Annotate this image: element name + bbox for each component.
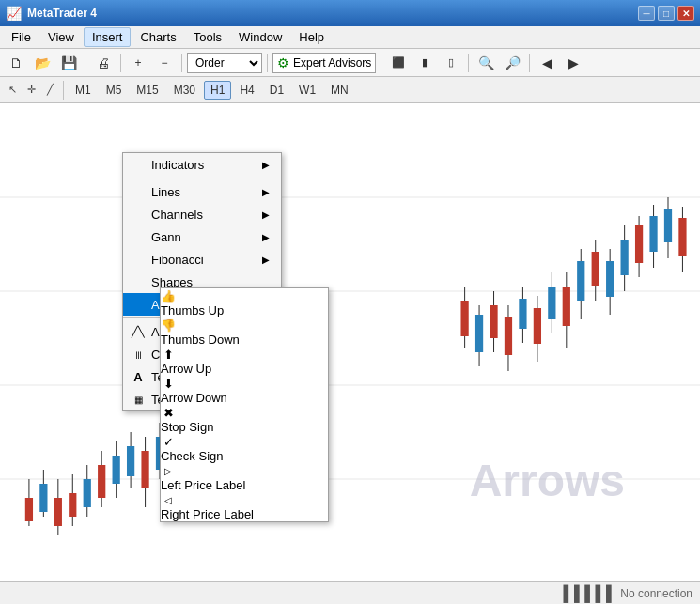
menu-help[interactable]: Help xyxy=(291,28,332,46)
chart-bar-btn[interactable]: ⬛ xyxy=(386,52,411,74)
menu-view[interactable]: View xyxy=(40,28,82,46)
submenu-right-price-label[interactable]: ◁ Right Price Label xyxy=(161,492,328,521)
title-bar-controls[interactable]: ─ □ ✕ xyxy=(638,6,694,21)
tf-d1[interactable]: D1 xyxy=(263,81,290,100)
pitchfork-icon: ╱╲ xyxy=(131,324,146,339)
sep3 xyxy=(181,54,182,72)
expert-advisors[interactable]: ⚙ Expert Advisors xyxy=(272,53,376,73)
tf-m5[interactable]: M5 xyxy=(100,81,129,100)
svg-rect-12 xyxy=(69,493,76,517)
menu-indicators[interactable]: Indicators ▶ xyxy=(123,153,281,176)
shapes-icon xyxy=(131,274,146,289)
chart-svg xyxy=(0,103,700,581)
order-type[interactable]: Order xyxy=(187,53,262,73)
fibonacci-label: Fibonacci xyxy=(151,253,204,267)
menu-window[interactable]: Window xyxy=(231,28,289,46)
sep5 xyxy=(381,54,381,72)
chart-line-btn[interactable]: ▯ xyxy=(439,52,463,74)
tf-m15[interactable]: M15 xyxy=(130,81,164,100)
arrow-down-icon: ⬇ xyxy=(161,376,176,391)
submenu-left-price-label[interactable]: ▷ Left Price Label xyxy=(161,463,328,492)
main-toolbar: 🗋 📂 💾 🖨 + − Order ⚙ Expert Advisors ⬛ ▮ … xyxy=(0,49,700,77)
fibonacci-icon xyxy=(131,252,146,267)
maximize-button[interactable]: □ xyxy=(658,6,675,21)
app-title: MetaTrader 4 xyxy=(27,7,97,20)
text-icon: A xyxy=(131,369,146,384)
menu-tools[interactable]: Tools xyxy=(186,28,229,46)
arrow-tool[interactable]: ↖ xyxy=(4,82,21,99)
svg-rect-46 xyxy=(475,315,483,352)
tf-h4[interactable]: H4 xyxy=(233,81,260,100)
lines-arrow: ▶ xyxy=(262,187,270,197)
print-btn[interactable]: 🖨 xyxy=(91,52,116,74)
svg-rect-72 xyxy=(664,209,672,242)
zoom-chart-out[interactable]: 🔎 xyxy=(500,52,524,74)
zoom-chart-in[interactable]: 🔍 xyxy=(474,52,498,74)
svg-rect-74 xyxy=(678,218,686,256)
minimize-button[interactable]: ─ xyxy=(638,6,655,21)
sep1 xyxy=(86,54,86,72)
arrows-icon xyxy=(131,297,146,312)
submenu-arrow-up[interactable]: ⬆ Arrow Up xyxy=(161,347,328,376)
menu-insert[interactable]: Insert xyxy=(84,27,132,47)
thumbs-down-icon: 👎 xyxy=(161,317,176,333)
zoom-out-btn[interactable]: − xyxy=(152,52,177,74)
arrow-up-icon: ⬆ xyxy=(161,347,176,362)
svg-rect-16 xyxy=(98,465,105,498)
zoom-in-btn[interactable]: + xyxy=(126,52,150,74)
submenu-stop-sign[interactable]: ✖ Stop Sign xyxy=(161,405,328,434)
ea-icon: ⚙ xyxy=(277,55,289,70)
save-btn[interactable]: 💾 xyxy=(56,52,81,74)
svg-rect-58 xyxy=(563,287,570,326)
menu-fibonacci[interactable]: Fibonacci ▶ xyxy=(123,248,281,271)
chart-candle-btn[interactable]: ▮ xyxy=(412,52,437,74)
bars-icon: ▌▌▌▌▌ xyxy=(564,585,617,602)
menu-channels[interactable]: Channels ▶ xyxy=(123,203,281,225)
svg-rect-48 xyxy=(490,305,497,338)
submenu-thumbs-down[interactable]: 👎 Thumbs Down xyxy=(161,317,328,347)
sep7 xyxy=(529,54,530,72)
thumbs-down-label: Thumbs Down xyxy=(161,333,240,347)
svg-rect-60 xyxy=(577,261,584,301)
menu-lines[interactable]: Lines ▶ xyxy=(123,180,281,203)
left-price-label: Left Price Label xyxy=(161,478,245,492)
submenu-arrow-down[interactable]: ⬇ Arrow Down xyxy=(161,376,328,405)
svg-rect-56 xyxy=(548,287,555,319)
tf-h1[interactable]: H1 xyxy=(204,81,231,100)
sep2 xyxy=(120,54,121,72)
tf-m1[interactable]: M1 xyxy=(69,81,98,100)
close-button[interactable]: ✕ xyxy=(677,6,694,21)
svg-rect-70 xyxy=(649,216,657,252)
thumbs-up-label: Thumbs Up xyxy=(161,303,224,317)
arrows-submenu: 👍 Thumbs Up 👎 Thumbs Down ⬆ Arrow Up ⬇ A… xyxy=(160,287,329,522)
open-btn[interactable]: 📂 xyxy=(30,52,54,74)
svg-rect-62 xyxy=(592,252,599,286)
scroll-right-btn[interactable]: ▶ xyxy=(561,52,585,74)
gann-arrow: ▶ xyxy=(262,232,270,242)
text-label-icon: ▦ xyxy=(131,392,146,407)
tf-w1[interactable]: W1 xyxy=(292,81,322,100)
menu-charts[interactable]: Charts xyxy=(132,28,183,46)
scroll-left-btn[interactable]: ◀ xyxy=(535,52,559,74)
app-icon: 📈 xyxy=(6,6,22,21)
line-tool[interactable]: ╱ xyxy=(41,82,58,99)
new-btn[interactable]: 🗋 xyxy=(4,52,28,74)
menu-gann[interactable]: Gann ▶ xyxy=(123,225,281,248)
submenu-check-sign[interactable]: ✓ Check Sign xyxy=(161,434,328,463)
tf-m30[interactable]: M30 xyxy=(167,81,202,100)
ea-label: Expert Advisors xyxy=(293,56,371,70)
svg-rect-54 xyxy=(534,308,541,344)
sep6 xyxy=(468,54,469,72)
submenu-thumbs-up[interactable]: 👍 Thumbs Up xyxy=(161,288,328,317)
lines-label: Lines xyxy=(151,185,180,199)
svg-rect-68 xyxy=(635,225,643,263)
check-sign-label: Check Sign xyxy=(161,449,223,463)
menu-bar: File View Insert Charts Tools Window Hel… xyxy=(0,26,700,49)
svg-rect-64 xyxy=(606,261,614,297)
svg-rect-14 xyxy=(84,479,91,507)
tf-mn[interactable]: MN xyxy=(324,81,355,100)
svg-rect-44 xyxy=(460,301,468,336)
menu-file[interactable]: File xyxy=(4,28,39,46)
crosshair-tool[interactable]: ✛ xyxy=(23,82,39,99)
stop-sign-label: Stop Sign xyxy=(161,420,213,434)
